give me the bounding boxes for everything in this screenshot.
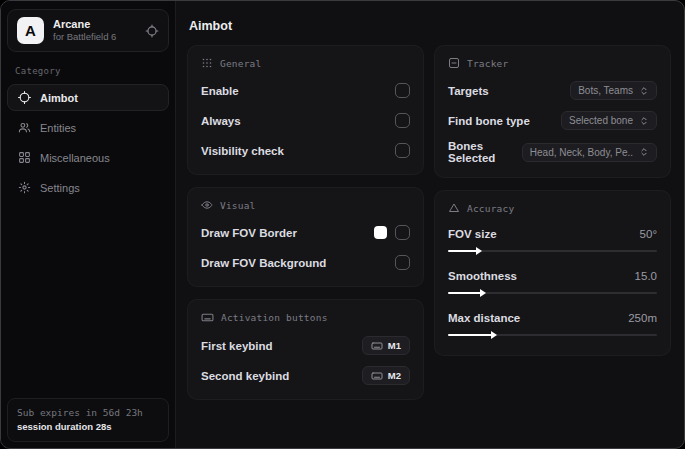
first-keybind-button[interactable]: M1 — [362, 336, 410, 355]
dots-grid-icon — [201, 57, 213, 69]
keyboard-icon — [201, 311, 214, 324]
panel-visual: Visual Draw FOV Border Draw FOV Backgrou… — [187, 187, 424, 287]
setting-row-always: Always — [201, 110, 410, 131]
keyboard-icon — [371, 340, 383, 352]
panel-accuracy: Accuracy FOV size 50° — [434, 190, 671, 356]
setting-row-bones-selected: Bones Selected Head, Neck, Body, Pe.. — [448, 140, 657, 164]
smoothness-value: 15.0 — [635, 270, 657, 282]
panel-title: Tracker — [467, 58, 508, 69]
slider-thumb[interactable] — [448, 250, 477, 252]
target-icon[interactable] — [145, 24, 159, 38]
slider-thumb[interactable] — [448, 292, 481, 294]
select-value: Head, Neck, Body, Pe.. — [530, 147, 633, 158]
max-distance-value: 250m — [628, 312, 657, 324]
find-bone-type-select[interactable]: Selected bone — [561, 111, 657, 130]
enable-checkbox[interactable] — [395, 83, 410, 98]
panel-title: General — [220, 58, 261, 69]
panel-title: Accuracy — [467, 203, 514, 214]
triangle-icon — [448, 202, 460, 214]
setting-label: Find bone type — [448, 115, 530, 127]
arcane-window: A Arcane for Battlefield 6 Category Aimb… — [0, 0, 685, 449]
keyboard-icon — [371, 370, 383, 382]
sub-expires-text: Sub expires in 56d 23h — [17, 406, 159, 420]
sidebar-item-label: Miscellaneous — [40, 152, 110, 164]
gear-icon — [17, 181, 31, 194]
panel-tracker: Tracker Targets Bots, Teams — [434, 45, 671, 178]
setting-row-first-keybind: First keybind M1 — [201, 335, 410, 356]
setting-label: Second keybind — [201, 370, 289, 382]
setting-label: FOV size — [448, 228, 497, 240]
targets-select[interactable]: Bots, Teams — [570, 81, 657, 100]
setting-label: Targets — [448, 85, 489, 97]
select-value: Selected bone — [569, 115, 633, 126]
keybind-value: M1 — [388, 340, 401, 351]
setting-label: Max distance — [448, 312, 520, 324]
setting-row-draw-fov-border: Draw FOV Border — [201, 222, 410, 243]
sidebar-item-aimbot[interactable]: Aimbot — [7, 84, 169, 111]
sidebar-item-miscellaneous[interactable]: Miscellaneous — [7, 144, 169, 171]
app-title: Arcane — [53, 18, 136, 31]
session-duration-text: session duration 28s — [17, 420, 159, 433]
panel-general: General Enable Always Visibility check — [187, 45, 424, 175]
chevrons-up-down-icon — [639, 147, 649, 157]
bones-selected-select[interactable]: Head, Neck, Body, Pe.. — [522, 143, 657, 162]
setting-row-fov-size: FOV size 50° — [448, 225, 657, 257]
setting-label: Enable — [201, 85, 239, 97]
setting-row-draw-fov-background: Draw FOV Background — [201, 252, 410, 273]
setting-label: First keybind — [201, 340, 273, 352]
app-logo: A — [17, 17, 44, 44]
smoothness-slider[interactable] — [448, 287, 657, 299]
scan-box-icon — [448, 57, 460, 69]
setting-row-second-keybind: Second keybind M2 — [201, 365, 410, 386]
setting-label: Always — [201, 115, 241, 127]
sidebar-item-label: Settings — [40, 182, 80, 194]
panel-title: Activation buttons — [221, 312, 328, 323]
chevrons-up-down-icon — [639, 86, 649, 96]
category-label: Category — [7, 64, 169, 84]
fov-size-slider[interactable] — [448, 245, 657, 257]
setting-row-smoothness: Smoothness 15.0 — [448, 267, 657, 299]
sidebar-item-label: Aimbot — [40, 92, 78, 104]
fov-size-value: 50° — [640, 228, 657, 240]
panel-activation-buttons: Activation buttons First keybind M1 — [187, 299, 424, 400]
draw-fov-background-checkbox[interactable] — [395, 255, 410, 270]
page-title: Aimbot — [189, 19, 671, 33]
select-value: Bots, Teams — [578, 85, 633, 96]
setting-row-visibility-check: Visibility check — [201, 140, 410, 161]
setting-label: Bones Selected — [448, 140, 522, 164]
setting-label: Visibility check — [201, 145, 284, 157]
app-subtitle: for Battlefield 6 — [53, 31, 136, 43]
slider-thumb[interactable] — [448, 334, 492, 336]
panel-title: Visual — [220, 200, 256, 211]
sidebar-item-label: Entities — [40, 122, 76, 134]
setting-row-find-bone-type: Find bone type Selected bone — [448, 110, 657, 131]
subscription-info-box: Sub expires in 56d 23h session duration … — [7, 398, 169, 442]
sidebar-nav: Aimbot Entities Miscellaneous — [7, 84, 169, 201]
logo-card: A Arcane for Battlefield 6 — [7, 9, 169, 52]
setting-row-targets: Targets Bots, Teams — [448, 80, 657, 101]
fov-border-color-swatch[interactable] — [374, 226, 387, 239]
users-icon — [17, 121, 31, 134]
crosshair-icon — [17, 91, 31, 104]
second-keybind-button[interactable]: M2 — [362, 366, 410, 385]
setting-label: Draw FOV Background — [201, 257, 326, 269]
sidebar-item-entities[interactable]: Entities — [7, 114, 169, 141]
keybind-value: M2 — [388, 370, 401, 381]
setting-row-max-distance: Max distance 250m — [448, 309, 657, 341]
sidebar-item-settings[interactable]: Settings — [7, 174, 169, 201]
sidebar: A Arcane for Battlefield 6 Category Aimb… — [1, 1, 176, 448]
eye-icon — [201, 199, 213, 211]
grid-icon — [17, 151, 31, 164]
main-content: Aimbot General — [176, 1, 684, 448]
always-checkbox[interactable] — [395, 113, 410, 128]
setting-label: Smoothness — [448, 270, 517, 282]
setting-label: Draw FOV Border — [201, 227, 297, 239]
max-distance-slider[interactable] — [448, 329, 657, 341]
setting-row-enable: Enable — [201, 80, 410, 101]
chevrons-up-down-icon — [639, 116, 649, 126]
visibility-check-checkbox[interactable] — [395, 143, 410, 158]
draw-fov-border-checkbox[interactable] — [395, 225, 410, 240]
